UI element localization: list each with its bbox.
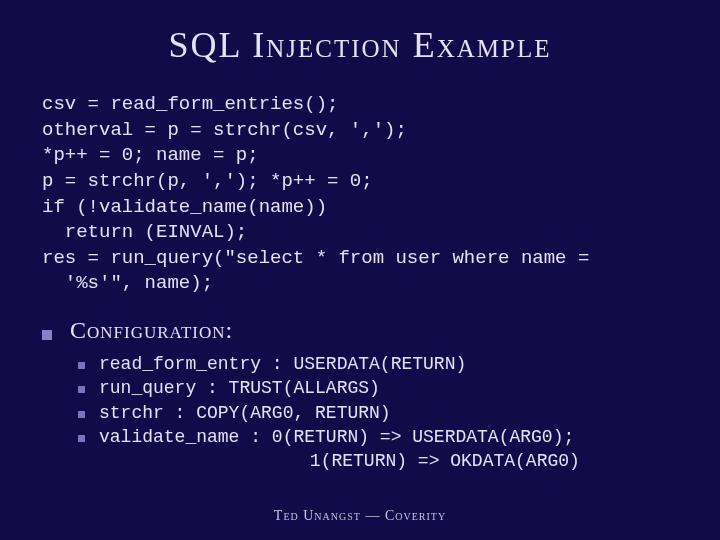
square-bullet-icon [78, 362, 85, 369]
config-item-continuation: 1(RETURN) => OKDATA(ARG0) [137, 449, 680, 473]
config-item-text: read_form_entry : USERDATA(RETURN) [99, 352, 466, 376]
slide-title: SQL Injection Example [40, 24, 680, 66]
config-item-text: validate_name : 0(RETURN) => USERDATA(AR… [99, 425, 574, 449]
config-heading: Configuration: [70, 317, 233, 344]
slide-footer: Ted Unangst — Coverity [0, 508, 720, 524]
code-block: csv = read_form_entries(); otherval = p … [42, 92, 680, 297]
square-bullet-icon [42, 330, 52, 340]
list-item: strchr : COPY(ARG0, RETURN) [78, 401, 680, 425]
config-heading-row: Configuration: [42, 317, 680, 344]
square-bullet-icon [78, 411, 85, 418]
list-item: run_query : TRUST(ALLARGS) [78, 376, 680, 400]
list-item: validate_name : 0(RETURN) => USERDATA(AR… [78, 425, 680, 449]
square-bullet-icon [78, 386, 85, 393]
config-item-text: strchr : COPY(ARG0, RETURN) [99, 401, 391, 425]
config-item-text: run_query : TRUST(ALLARGS) [99, 376, 380, 400]
square-bullet-icon [78, 435, 85, 442]
slide: SQL Injection Example csv = read_form_en… [0, 0, 720, 540]
config-sublist: read_form_entry : USERDATA(RETURN) run_q… [78, 352, 680, 473]
list-item: read_form_entry : USERDATA(RETURN) [78, 352, 680, 376]
